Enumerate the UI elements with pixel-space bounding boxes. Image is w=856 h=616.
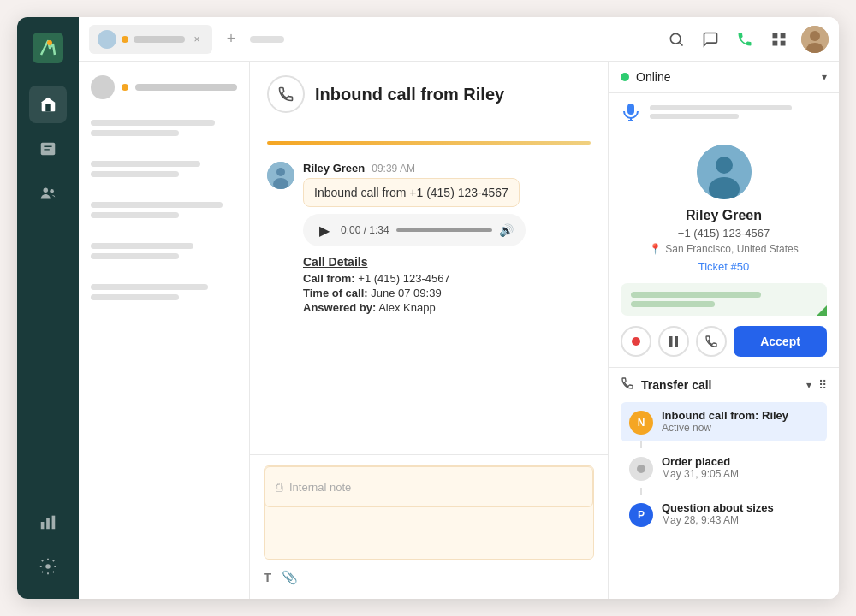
chat-title: Inbound call from Riley (315, 85, 504, 104)
chat-header: Inbound call from Riley (250, 62, 608, 127)
timeline-icon-0: N (629, 411, 653, 435)
svg-rect-13 (773, 33, 778, 38)
chat-icon[interactable] (698, 27, 722, 51)
svg-point-18 (810, 31, 820, 41)
call-info-line-2 (631, 301, 715, 307)
tab-active[interactable]: × (89, 25, 212, 54)
svg-point-1 (47, 40, 52, 45)
audio-progress-bar[interactable] (396, 228, 492, 232)
message-sender: Riley Green (303, 162, 365, 175)
timeline-title-2: Question about sizes (662, 501, 818, 514)
message-time: 09:39 AM (372, 163, 415, 175)
call-controls: Accept (609, 326, 839, 367)
play-button[interactable]: ▶ (315, 221, 334, 240)
svg-rect-29 (669, 336, 673, 346)
status-bar: Online ▾ (609, 62, 839, 93)
timeline-subtitle-1: May 31, 9:05 AM (662, 468, 818, 480)
list-item[interactable] (86, 277, 242, 311)
transfer-title: Transfer call (641, 378, 712, 392)
timeline-item-2[interactable]: P Question about sizes May 28, 9:43 AM (621, 495, 827, 534)
attachment-button[interactable]: 📎 (282, 570, 298, 585)
audio-player[interactable]: ▶ 0:00 / 1:34 🔊 (303, 214, 526, 246)
list-item[interactable] (86, 113, 242, 147)
grid-icon[interactable] (767, 27, 791, 51)
answered-by-value: Alex Knapp (378, 301, 436, 314)
volume-icon[interactable]: 🔊 (499, 223, 514, 237)
record-dot (632, 337, 640, 346)
transfer-button[interactable] (696, 326, 727, 357)
caller-name: Riley Green (686, 208, 762, 223)
note-body[interactable] (265, 507, 593, 559)
orange-bar (267, 141, 591, 145)
sidebar (17, 17, 79, 599)
status-text: Online (636, 70, 670, 84)
timeline-item-0[interactable]: N Inbound call from: Riley Active now (621, 402, 827, 441)
sidebar-item-settings[interactable] (29, 548, 67, 585)
svg-rect-16 (781, 40, 786, 45)
list-item[interactable] (86, 236, 242, 270)
timeline-icon-1 (629, 457, 653, 481)
timeline-title-0: Inbound call from: Riley (662, 409, 818, 422)
timeline-connector-2 (640, 488, 642, 495)
sidebar-item-tickets[interactable] (29, 130, 67, 168)
app-container: × + (17, 17, 839, 599)
sidebar-item-reports[interactable] (29, 503, 67, 541)
tab-add-button[interactable]: + (219, 27, 243, 51)
caller-avatar (697, 145, 752, 199)
list-panel-title (135, 84, 237, 91)
time-of-call-value: June 07 09:39 (371, 287, 441, 299)
sidebar-item-contacts[interactable] (29, 175, 67, 212)
caller-panel: Online ▾ (608, 62, 839, 599)
tab-status-dot (122, 36, 128, 43)
caller-ticket-link[interactable]: Ticket #50 (698, 260, 750, 273)
message-bubble: Inbound call from +1 (415) 123-4567 (303, 178, 520, 207)
sidebar-item-home[interactable] (29, 86, 67, 123)
user-avatar[interactable] (801, 26, 829, 53)
caller-location: 📍 San Francisco, United States (649, 243, 798, 255)
timeline-subtitle-0: Active now (662, 422, 818, 434)
accept-button[interactable]: Accept (734, 326, 827, 357)
message-avatar (267, 162, 294, 189)
note-toolbar: T 📎 (264, 566, 594, 589)
svg-point-27 (716, 157, 733, 174)
transfer-chevron-icon[interactable]: ▾ (806, 379, 811, 391)
caller-phone: +1 (415) 123-4567 (678, 227, 770, 240)
list-item[interactable] (86, 195, 242, 229)
transfer-header: Transfer call ▾ ⠿ (621, 376, 827, 394)
transfer-phone-icon (621, 376, 634, 394)
call-info-row (621, 283, 827, 316)
audio-time: 0:00 / 1:34 (341, 224, 389, 236)
time-of-call-row: Time of call: June 07 09:39 (303, 287, 591, 299)
internal-note-input[interactable]: ⎙ Internal note (265, 466, 593, 507)
internal-note-area: ⎙ Internal note T 📎 (250, 454, 608, 599)
svg-rect-9 (52, 516, 56, 530)
message-meta: Riley Green 09:39 AM (303, 162, 591, 175)
text-format-button[interactable]: T (264, 570, 271, 585)
svg-rect-14 (781, 33, 786, 38)
mic-level-line-2 (650, 114, 739, 119)
answered-by-label: Answered by: (303, 301, 376, 314)
internal-note-placeholder: Internal note (289, 481, 351, 494)
mic-level-line-1 (650, 105, 792, 110)
record-button[interactable] (621, 326, 651, 357)
svg-rect-0 (33, 33, 63, 63)
timeline-content-1: Order placed May 31, 9:05 AM (662, 455, 818, 480)
phone-icon[interactable] (733, 27, 757, 51)
status-chevron-icon[interactable]: ▾ (822, 71, 827, 83)
location-pin-icon: 📍 (649, 243, 662, 255)
top-bar-actions (664, 26, 829, 53)
mic-bar (609, 93, 839, 131)
timeline-item-1[interactable]: Order placed May 31, 9:05 AM (621, 448, 827, 488)
main-panel: × + (79, 17, 839, 599)
list-panel (79, 62, 250, 599)
svg-rect-15 (773, 40, 778, 45)
list-item[interactable] (86, 154, 242, 188)
time-of-call-label: Time of call: (303, 287, 368, 299)
tab-close-button[interactable]: × (190, 33, 204, 46)
call-info-line-1 (631, 292, 761, 298)
transfer-grid-icon[interactable]: ⠿ (818, 378, 827, 392)
search-icon[interactable] (664, 27, 688, 51)
svg-rect-2 (41, 143, 56, 156)
pause-button[interactable] (658, 326, 689, 357)
message-row: Riley Green 09:39 AM Inbound call from +… (267, 162, 591, 316)
